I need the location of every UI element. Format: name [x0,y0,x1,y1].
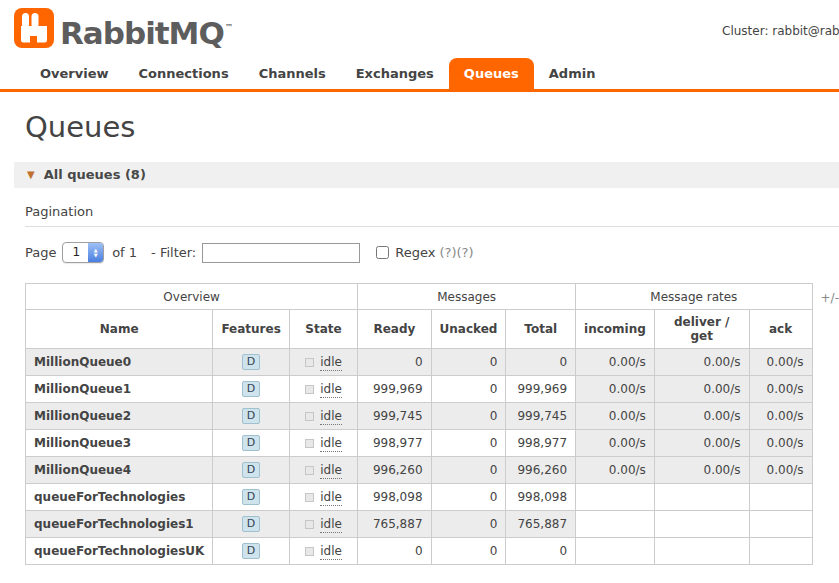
state-cell: idle [289,376,357,403]
state-indicator-icon [305,412,314,421]
features-cell: D [213,484,289,511]
queue-name-link[interactable]: MillionQueue0 [26,349,213,376]
divider [25,226,839,227]
table-row: MillionQueue4Didle996,2600996,2600.00/s0… [26,457,813,484]
group-header-messages: Messages [358,284,576,310]
trademark-symbol: ™ [225,23,233,32]
state-indicator-icon [305,520,314,529]
col-header-ready[interactable]: Ready [358,310,431,349]
tab-channels[interactable]: Channels [244,58,341,89]
regex-checkbox[interactable] [376,246,389,259]
unacked-count: 0 [431,430,506,457]
state-indicator-icon [305,493,314,502]
features-cell: D [213,511,289,538]
ack-rate [749,538,812,565]
total-count: 998,977 [506,430,576,457]
state-cell: idle [289,403,357,430]
queue-name-link[interactable]: queueForTechnologiesUK [26,538,213,565]
queues-table-body: MillionQueue0Didle0000.00/s0.00/s0.00/sM… [26,349,813,565]
features-cell: D [213,430,289,457]
state-indicator-icon [305,358,314,367]
durable-badge: D [242,435,260,451]
incoming-rate: 0.00/s [576,403,655,430]
tab-connections[interactable]: Connections [124,58,244,89]
ready-count: 999,745 [358,403,431,430]
state-cell: idle [289,349,357,376]
column-header-row: Name Features State Ready Unacked Total … [26,310,813,349]
durable-badge: D [242,516,260,532]
rabbitmq-brand[interactable]: RabbitMQ™ [14,8,825,53]
unacked-count: 0 [431,457,506,484]
state-indicator-icon [305,439,314,448]
queue-name-link[interactable]: MillionQueue3 [26,430,213,457]
tab-exchanges[interactable]: Exchanges [341,58,449,89]
ack-rate: 0.00/s [749,376,812,403]
total-count: 0 [506,349,576,376]
page-title: Queues [25,110,839,144]
tab-queues[interactable]: Queues [449,58,534,89]
deliver-get-rate: 0.00/s [654,430,749,457]
regex-label: Regex [395,245,435,260]
state-label: idle [320,463,342,479]
incoming-rate: 0.00/s [576,430,655,457]
help-link[interactable]: (?) [456,245,473,260]
col-header-incoming[interactable]: incoming [576,310,655,349]
col-header-state: State [289,310,357,349]
brand-wordmark: RabbitMQ™ [60,8,233,53]
deliver-get-rate [654,484,749,511]
unacked-count: 0 [431,376,506,403]
table-row: MillionQueue3Didle998,9770998,9770.00/s0… [26,430,813,457]
state-indicator-icon [305,466,314,475]
ack-rate: 0.00/s [749,349,812,376]
queue-name-link[interactable]: queueForTechnologies [26,484,213,511]
incoming-rate [576,511,655,538]
column-toggle[interactable]: +/- [821,291,839,305]
main-nav: OverviewConnectionsChannelsExchangesQueu… [0,58,839,92]
help-link[interactable]: (?) [439,245,456,260]
durable-badge: D [242,462,260,478]
incoming-rate [576,538,655,565]
unacked-count: 0 [431,349,506,376]
group-header-message-rates: Message rates [576,284,812,310]
deliver-get-rate [654,511,749,538]
features-cell: D [213,376,289,403]
queues-table: Overview Messages Message rates Name Fea… [25,283,813,565]
table-row: MillionQueue1Didle999,9690999,9690.00/s0… [26,376,813,403]
col-header-total[interactable]: Total [506,310,576,349]
queue-name-link[interactable]: MillionQueue2 [26,403,213,430]
state-cell: idle [289,511,357,538]
ready-count: 996,260 [358,457,431,484]
table-row: MillionQueue0Didle0000.00/s0.00/s0.00/s [26,349,813,376]
ready-count: 765,887 [358,511,431,538]
col-header-deliver-get[interactable]: deliver / get [654,310,749,349]
pagination-controls: Page 1 ▲▼ of 1 - Filter: Regex (?)(?) [25,242,814,263]
filter-input[interactable] [202,243,360,263]
queue-name-link[interactable]: MillionQueue4 [26,457,213,484]
ack-rate: 0.00/s [749,430,812,457]
tab-admin[interactable]: Admin [534,58,611,89]
state-cell: idle [289,538,357,565]
deliver-get-rate [654,538,749,565]
ready-count: 999,969 [358,376,431,403]
tab-overview[interactable]: Overview [25,58,124,89]
ack-rate [749,511,812,538]
page-select-value: 1 [63,243,88,262]
cluster-info: Cluster: rabbit@rab [722,24,839,38]
queue-name-link[interactable]: MillionQueue1 [26,376,213,403]
ready-count: 0 [358,538,431,565]
table-row: queueForTechnologiesDidle998,0980998,098 [26,484,813,511]
col-header-unacked[interactable]: Unacked [431,310,506,349]
all-queues-section-toggle[interactable]: ▼All queues (8) [14,162,839,188]
features-cell: D [213,349,289,376]
incoming-rate: 0.00/s [576,376,655,403]
deliver-get-rate: 0.00/s [654,403,749,430]
col-header-ack[interactable]: ack [749,310,812,349]
table-row: queueForTechnologiesUKDidle000 [26,538,813,565]
unacked-count: 0 [431,538,506,565]
total-count: 765,887 [506,511,576,538]
page-select[interactable]: 1 ▲▼ [62,242,104,263]
unacked-count: 0 [431,484,506,511]
group-header-row: Overview Messages Message rates [26,284,813,310]
queue-name-link[interactable]: queueForTechnologies1 [26,511,213,538]
col-header-name[interactable]: Name [26,310,213,349]
